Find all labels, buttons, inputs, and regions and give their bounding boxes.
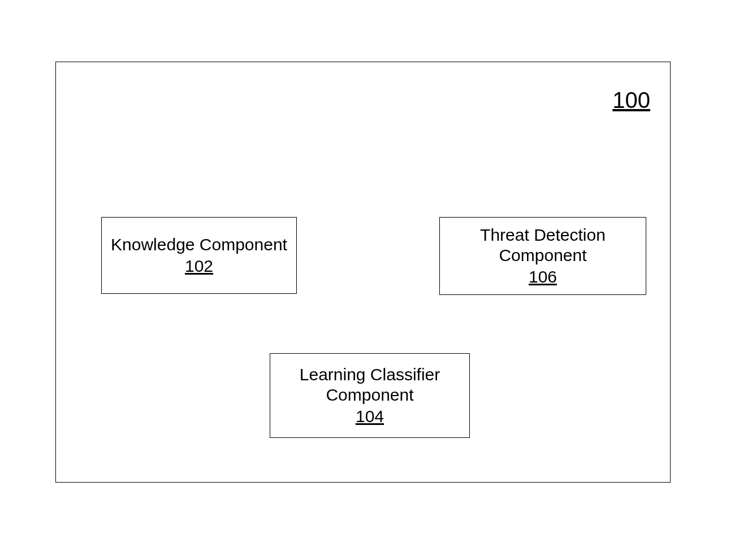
system-reference-number: 100 <box>612 88 650 113</box>
system-container: 100 Knowledge Component 102 Threat Detec… <box>55 62 671 483</box>
threat-detection-ref: 106 <box>529 267 557 287</box>
learning-classifier-line2: Component <box>326 385 413 405</box>
knowledge-component-ref: 102 <box>185 256 213 276</box>
learning-classifier-ref: 104 <box>356 406 384 427</box>
threat-detection-line1: Threat Detection <box>480 225 606 245</box>
knowledge-component-box: Knowledge Component 102 <box>101 217 297 294</box>
learning-classifier-component-box: Learning Classifier Component 104 <box>270 353 470 438</box>
threat-detection-component-box: Threat Detection Component 106 <box>439 217 646 295</box>
diagram-canvas: 100 Knowledge Component 102 Threat Detec… <box>0 0 752 560</box>
learning-classifier-line1: Learning Classifier <box>300 364 440 385</box>
threat-detection-line2: Component <box>499 245 586 266</box>
knowledge-component-title: Knowledge Component <box>111 235 287 255</box>
